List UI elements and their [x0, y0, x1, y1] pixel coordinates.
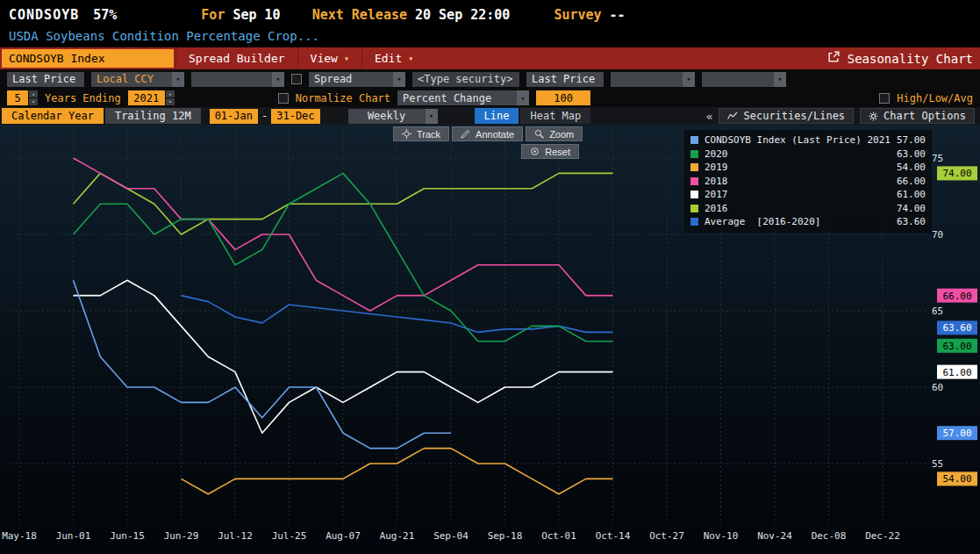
chart-options-button[interactable]: Chart Options [860, 108, 975, 124]
price-badge-label: 61.00 [942, 367, 971, 378]
zoom-button[interactable]: Zoom [526, 126, 583, 141]
chevron-down-icon: ▾ [517, 90, 529, 105]
x-axis-label: Aug-07 [325, 530, 361, 542]
chevron-down-icon: ▾ [683, 72, 695, 87]
x-axis-label: Jul-25 [272, 530, 307, 542]
frequency-dropdown[interactable]: Weekly ▾ [348, 109, 438, 124]
tab-trailing-12m[interactable]: Trailing 12M [105, 108, 201, 124]
reset-button[interactable]: Reset [521, 144, 579, 159]
empty-dropdown-2[interactable]: ▾ [611, 72, 695, 87]
step-up-icon[interactable]: ▴ [29, 90, 38, 97]
step-down-icon[interactable]: ▾ [166, 98, 175, 105]
series-name: 2019 [705, 162, 891, 173]
ticker-symbol: CONDSOYB [9, 7, 79, 23]
series-last-value: 63.00 [897, 148, 926, 160]
security-summary-row: CONDSOYB 57% For Sep 10 Next Release 20 … [0, 0, 980, 23]
price-badge-label: 63.60 [942, 322, 971, 334]
security-field[interactable]: CONDSOYB Index [2, 49, 174, 68]
years-count-stepper[interactable]: ▴ ▾ [29, 90, 38, 105]
x-axis-label: Jun-01 [56, 530, 91, 542]
currency-dropdown[interactable]: Local CCY ▾ [91, 72, 184, 87]
chevron-down-icon: ▾ [344, 54, 349, 63]
step-down-icon[interactable]: ▾ [29, 98, 38, 105]
gear-icon [869, 112, 878, 121]
spread-value: Spread [309, 72, 393, 87]
x-axis-label: Aug-21 [380, 530, 415, 542]
x-axis-label: Oct-27 [649, 530, 684, 542]
y-axis-label: 60 [932, 382, 943, 393]
end-year-field[interactable]: 2021 [128, 90, 165, 105]
view-menu[interactable]: View ▾ [297, 47, 361, 69]
function-toolbar: CONDSOYB Index Spread Builder View ▾ Edi… [0, 47, 980, 69]
spread-dropdown[interactable]: Spread ▾ [309, 72, 405, 87]
spread-checkbox[interactable] [291, 74, 302, 84]
securities-lines-button[interactable]: Securities/Lines [719, 108, 854, 124]
series-name: 2020 [705, 148, 891, 160]
series-last-value: 74.00 [897, 203, 926, 214]
survey-label: Survey [554, 7, 601, 23]
legend-row[interactable]: 201866.00 [690, 175, 926, 189]
range-end-field[interactable]: 31-Dec [271, 109, 319, 124]
legend-row[interactable]: Average [2016-2020]63.60 [690, 215, 926, 229]
high-low-avg-checkbox[interactable] [879, 93, 890, 104]
compare-price-field[interactable]: Last Price [526, 72, 604, 87]
view-menu-label: View [311, 52, 338, 65]
edit-menu[interactable]: Edit ▾ [361, 47, 426, 69]
edit-menu-label: Edit [375, 52, 402, 65]
chevron-down-icon: ▾ [426, 109, 438, 124]
track-label: Track [417, 129, 440, 140]
series-line-condsoyb-index-last-price-2021[interactable] [74, 280, 452, 448]
chevron-down-icon: ▾ [272, 72, 284, 87]
security-type-input[interactable]: <Type security> [412, 72, 519, 87]
normalize-base-field[interactable]: 100 [536, 90, 590, 105]
chevron-down-icon: ▾ [393, 72, 405, 87]
chevron-down-icon: ▾ [172, 72, 184, 87]
legend-row[interactable]: 201761.00 [690, 188, 926, 202]
x-axis-label: Dec-22 [865, 530, 900, 542]
years-count-field[interactable]: 5 [7, 90, 28, 105]
x-axis-label: Sep-04 [433, 530, 469, 542]
range-start-field[interactable]: 01-Jan [210, 109, 258, 124]
empty-dropdown-3[interactable]: ▾ [702, 72, 786, 87]
chart-title: Seasonality Chart [848, 52, 973, 66]
price-badge-label: 63.00 [942, 341, 971, 352]
series-name: CONDSOYB Index (Last Price) 2021 [705, 134, 891, 146]
frequency-value: Weekly [348, 109, 426, 124]
series-last-value: 66.00 [897, 176, 926, 187]
x-axis-label: Oct-14 [596, 530, 631, 542]
normalize-mode-value: Percent Change [397, 90, 517, 105]
price-source-field[interactable]: Last Price [7, 72, 84, 87]
track-button[interactable]: Track [393, 126, 449, 141]
annotate-button[interactable]: Annotate [452, 126, 523, 141]
legend-row[interactable]: 201674.00 [690, 202, 926, 216]
legend-row[interactable]: CONDSOYB Index (Last Price) 202157.00 [690, 133, 926, 147]
tab-calendar-year[interactable]: Calendar Year [2, 108, 104, 124]
series-swatch [690, 205, 698, 212]
crosshair-icon [402, 129, 411, 139]
normalize-chart-checkbox[interactable] [278, 93, 289, 104]
survey-value: -- [610, 7, 626, 23]
collapse-icon[interactable]: « [706, 110, 713, 123]
x-axis-label: Nov-10 [704, 530, 739, 542]
legend-row[interactable]: 202063.00 [690, 147, 926, 162]
export-icon[interactable] [827, 50, 840, 67]
empty-dropdown-1[interactable]: ▾ [191, 72, 284, 87]
end-year-stepper[interactable]: ▴ ▾ [166, 90, 175, 105]
series-last-value: 54.00 [897, 162, 926, 173]
price-badge-label: 74.00 [942, 168, 971, 179]
legend-row[interactable]: 201954.00 [690, 161, 926, 175]
normalize-mode-dropdown[interactable]: Percent Change ▾ [397, 90, 529, 105]
tab-line[interactable]: Line [475, 108, 519, 124]
chart-area[interactable]: May-18Jun-01Jun-15Jun-29Jul-12Jul-25Aug-… [0, 125, 980, 554]
step-up-icon[interactable]: ▴ [166, 90, 175, 97]
x-axis-label: Oct-01 [541, 530, 576, 542]
x-axis-label: Jun-15 [110, 530, 145, 542]
series-name: Average [2016-2020] [705, 216, 891, 227]
tab-heat-map[interactable]: Heat Map [520, 108, 590, 124]
magnifier-icon [534, 129, 544, 139]
annotate-label: Annotate [476, 129, 514, 140]
series-last-value: 63.60 [897, 216, 926, 227]
security-description: USDA Soybeans Condition Percentage Crop.… [0, 23, 980, 43]
y-axis-label: 55 [932, 458, 943, 470]
spread-builder-button[interactable]: Spread Builder [175, 47, 297, 69]
